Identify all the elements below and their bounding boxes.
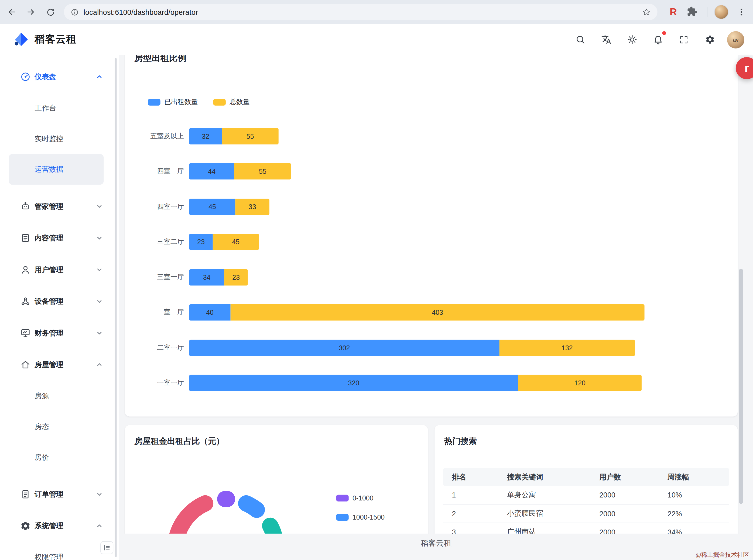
- bar-segment-rented[interactable]: 23: [189, 234, 213, 251]
- bar-row: 二室一厅302132: [125, 330, 738, 365]
- sidebar-item-house-price[interactable]: 房价: [8, 442, 104, 473]
- cell-users: 2000: [591, 509, 659, 518]
- room-type-chart-card: 房型出租比例 已出租数量 总数量 五室及以上3255四室二厅4455四室一厅45…: [125, 55, 738, 417]
- legend-swatch-blue: [336, 514, 348, 521]
- bell-icon[interactable]: [649, 31, 667, 48]
- browser-reload-button[interactable]: [42, 4, 59, 20]
- sidebar-collapse-button[interactable]: [100, 541, 113, 554]
- sidebar-item-workbench[interactable]: 工作台: [8, 93, 104, 123]
- bookmark-star-icon[interactable]: [642, 7, 651, 16]
- app-header: 稻客云租 av: [0, 24, 753, 55]
- back-arrow-icon: [7, 7, 17, 17]
- sidebar-item-house-status[interactable]: 房态: [8, 411, 104, 442]
- bar-segment-total[interactable]: 23: [225, 269, 248, 285]
- bar-row: 五室及以上3255: [125, 119, 738, 154]
- chevron-down-icon: [96, 329, 103, 336]
- address-bar[interactable]: localhost:6100/dashboard/operator: [64, 4, 658, 20]
- legend-item-total[interactable]: 总数量: [213, 98, 250, 106]
- brand[interactable]: 稻客云租: [14, 32, 77, 47]
- bar-segment-total[interactable]: 55: [222, 128, 278, 144]
- document-icon: [20, 489, 31, 499]
- bar-segment-rented[interactable]: 302: [189, 340, 500, 356]
- bar-segment-total[interactable]: 132: [500, 340, 635, 356]
- sidebar-item-system-management[interactable]: 系统管理: [8, 510, 104, 542]
- sidebar-item-house-management[interactable]: 房屋管理: [8, 349, 104, 381]
- sidebar-item-order-management[interactable]: 订单管理: [8, 478, 104, 510]
- bar-segment-total[interactable]: 403: [231, 304, 644, 321]
- extension-r-icon[interactable]: R: [667, 5, 680, 19]
- notification-dot: [662, 31, 666, 35]
- legend-label: 已出租数量: [164, 98, 198, 106]
- collapse-icon: [103, 544, 111, 552]
- legend-label: 0-1000: [352, 494, 373, 502]
- bar-segment-rented[interactable]: 40: [189, 304, 231, 321]
- sidebar-item-realtime-monitor[interactable]: 实时监控: [8, 123, 104, 154]
- column-header-users: 用户数: [591, 473, 659, 482]
- bar-row: 四室一厅4533: [125, 189, 738, 224]
- bar-segment-rented[interactable]: 45: [189, 199, 235, 215]
- cell-rank: 1: [443, 491, 499, 499]
- chevron-up-icon: [96, 361, 103, 368]
- bar-segment-total[interactable]: 120: [518, 375, 642, 391]
- toolbar-separator: [707, 7, 708, 17]
- legend-swatch-purple: [336, 495, 348, 501]
- bar-segment-total[interactable]: 33: [235, 199, 269, 215]
- donut-segment-blue[interactable]: [246, 503, 257, 510]
- user-avatar[interactable]: av: [727, 31, 745, 48]
- chevron-down-icon: [96, 491, 103, 498]
- bar-track: 302132: [189, 340, 635, 356]
- bar-category-label: 二室一厅: [125, 343, 184, 352]
- sidebar-item-user-management[interactable]: 用户管理: [8, 254, 104, 286]
- sidebar-scrollbar[interactable]: [115, 58, 117, 557]
- legend-swatch-blue: [148, 99, 160, 106]
- brightness-icon[interactable]: [623, 31, 640, 48]
- header-icons: av: [572, 24, 745, 55]
- browser-back-button[interactable]: [4, 4, 20, 20]
- sidebar-item-house-source[interactable]: 房源: [8, 381, 104, 411]
- search-icon[interactable]: [572, 31, 589, 48]
- bar-category-label: 三室二厅: [125, 238, 184, 246]
- sidebar-item-finance-management[interactable]: 财务管理: [8, 317, 104, 349]
- cell-keyword: 小蛮腰民宿: [498, 509, 591, 518]
- extensions-puzzle-icon[interactable]: [687, 6, 697, 17]
- sidebar-item-permission-management[interactable]: 权限管理: [8, 542, 104, 560]
- bar-segment-total[interactable]: 45: [213, 234, 259, 251]
- sidebar-item-device-management[interactable]: 设备管理: [8, 285, 104, 317]
- bar-segment-rented[interactable]: 44: [189, 163, 234, 180]
- bar-track: 4455: [189, 163, 291, 180]
- bar-segment-rented[interactable]: 32: [189, 128, 222, 144]
- sidebar-item-operations-data[interactable]: 运营数据: [8, 154, 104, 185]
- sidebar-item-content-management[interactable]: 内容管理: [8, 222, 104, 254]
- bar-row: 一室一厅320120: [125, 365, 738, 401]
- page: localhost:6100/dashboard/operator R 稻客云租: [0, 0, 753, 560]
- bar-track: 2345: [189, 234, 259, 251]
- browser-menu-icon[interactable]: [736, 6, 746, 18]
- legend-item-rented[interactable]: 已出租数量: [148, 98, 198, 106]
- fullscreen-icon[interactable]: [675, 31, 693, 48]
- bar-row: 四室二厅4455: [125, 154, 738, 189]
- sidebar-item-dashboard[interactable]: 仪表盘: [8, 61, 104, 93]
- site-info-icon[interactable]: [71, 8, 79, 16]
- bar-segment-rented[interactable]: 34: [189, 269, 225, 285]
- gear-icon[interactable]: [701, 31, 718, 48]
- bar-track: 3423: [189, 269, 248, 285]
- bar-category-label: 二室二厅: [125, 308, 184, 317]
- bar-row: 三室二厅2345: [125, 224, 738, 260]
- legend-item-0-1000[interactable]: 0-1000: [336, 494, 385, 502]
- robot-icon: [20, 201, 31, 212]
- translate-icon[interactable]: [597, 31, 615, 48]
- legend-item-1000-1500[interactable]: 1000-1500: [336, 513, 385, 521]
- browser-profile-avatar[interactable]: [714, 5, 729, 19]
- bar-segment-rented[interactable]: 320: [189, 375, 518, 391]
- bar-segment-total[interactable]: 55: [234, 163, 291, 180]
- chevron-down-icon: [96, 266, 103, 273]
- bar-category-label: 一室一厅: [125, 379, 184, 387]
- browser-forward-button[interactable]: [23, 4, 39, 20]
- sidebar-item-butler-management[interactable]: 管家管理: [8, 191, 104, 222]
- bar-category-label: 四室一厅: [125, 202, 184, 211]
- bar-row: 三室一厅3423: [125, 260, 738, 295]
- card-divider: [135, 68, 728, 68]
- main-scrollbar[interactable]: [739, 269, 743, 504]
- legend-label: 总数量: [230, 98, 250, 106]
- bar-track: 4533: [189, 199, 269, 215]
